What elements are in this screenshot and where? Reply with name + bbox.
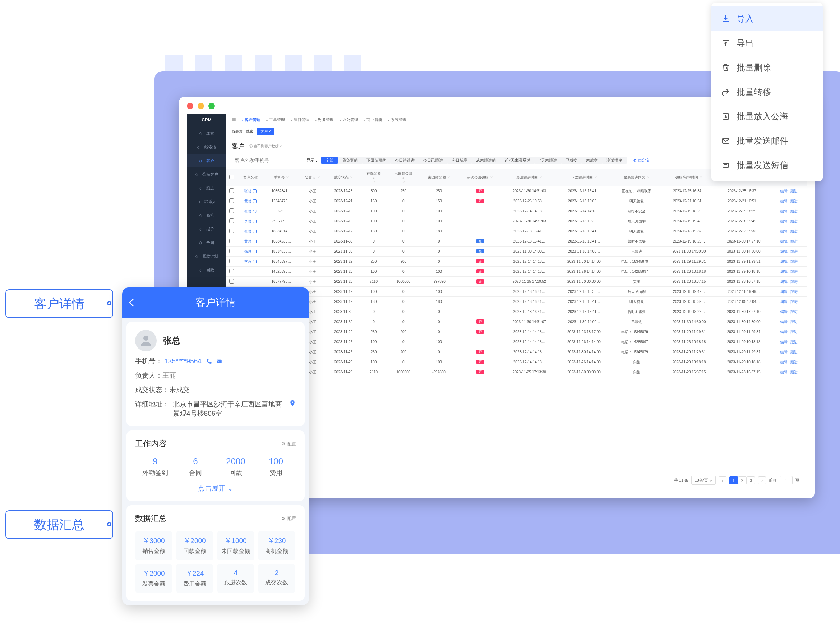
page-next-button[interactable]: › <box>758 477 766 485</box>
table-row[interactable]: 李总16343597…小王2023-11-292502000否2023-12-1… <box>226 257 806 267</box>
sidebar-item-3[interactable]: ◇公海客户 <box>187 168 226 181</box>
column-header[interactable]: 是否公海领取 <box>458 169 502 186</box>
follow-link[interactable]: 跟进 <box>790 330 798 334</box>
page-number-button[interactable]: 3 <box>747 477 755 485</box>
search-input[interactable] <box>232 155 296 165</box>
topnav-item-1[interactable]: ▫工单管理 <box>266 117 285 123</box>
page-number-button[interactable]: 1 <box>729 477 738 485</box>
row-checkbox[interactable] <box>229 238 234 243</box>
row-checkbox[interactable] <box>229 229 234 233</box>
column-header[interactable]: 最后跟进时间 <box>502 169 557 186</box>
follow-link[interactable]: 跟进 <box>790 360 798 364</box>
page-prev-button[interactable]: ‹ <box>719 477 727 485</box>
filter-chip-8[interactable]: 7天未跟进 <box>535 157 561 164</box>
follow-link[interactable]: 跟进 <box>790 229 798 233</box>
edit-link[interactable]: 编辑 <box>780 269 787 274</box>
column-header[interactable]: 已回款金额¥ <box>387 169 420 186</box>
follow-link[interactable]: 跟进 <box>790 219 798 223</box>
filter-chip-10[interactable]: 未成交 <box>582 157 602 164</box>
sidebar-item-6[interactable]: ◇商机 <box>187 208 226 222</box>
row-checkbox[interactable] <box>229 249 234 253</box>
follow-link[interactable]: 跟进 <box>790 280 798 283</box>
table-row[interactable]: 张总18634514…小王2023-12-1218001802023-12-18… <box>226 226 806 237</box>
location-icon[interactable] <box>289 400 296 407</box>
sidebar-item-0[interactable]: ◇线索 <box>187 126 226 140</box>
call-icon[interactable] <box>206 358 212 365</box>
work-stat-item[interactable]: 2000回款 <box>216 456 256 477</box>
edit-link[interactable]: 编辑 <box>780 370 787 374</box>
follow-link[interactable]: 跟进 <box>790 310 798 314</box>
summary-item[interactable]: ￥230商机金额 <box>258 531 295 560</box>
row-checkbox[interactable] <box>229 188 234 193</box>
row-checkbox[interactable] <box>229 279 234 283</box>
sidebar-item-7[interactable]: ◇报价 <box>187 222 226 236</box>
maximize-icon[interactable] <box>208 103 215 109</box>
table-row[interactable]: 35673492…小王2023-11-1910001002023-12-18 1… <box>226 287 806 297</box>
work-stat-item[interactable]: 6合同 <box>175 456 216 477</box>
customer-name-cell[interactable] <box>237 277 264 287</box>
sidebar-item-9[interactable]: ◇回款计划 <box>187 250 226 263</box>
edit-link[interactable]: 编辑 <box>780 219 787 223</box>
follow-link[interactable]: 跟进 <box>790 199 798 203</box>
work-stat-item[interactable]: 9外勤签到 <box>135 456 175 477</box>
sidebar-item-8[interactable]: ◇合同 <box>187 236 226 250</box>
edit-link[interactable]: 编辑 <box>780 239 787 243</box>
topnav-item-3[interactable]: ▫财务管理 <box>315 117 334 123</box>
filter-chip-4[interactable]: 今日已跟进 <box>419 157 447 164</box>
select-all-checkbox[interactable] <box>229 174 234 179</box>
topnav-item-6[interactable]: ▫系统管理 <box>388 117 407 123</box>
table-row[interactable]: 14528595…小王2023-11-2321101000000-997890否… <box>226 367 806 377</box>
follow-link[interactable]: 跟进 <box>790 209 798 213</box>
sms-icon[interactable] <box>216 358 222 365</box>
table-row[interactable]: 黄总12345476…小王2023-12-211500150否2023-12-2… <box>226 196 806 206</box>
filter-chip-11[interactable]: 测试排序 <box>602 157 627 164</box>
hamburger-icon[interactable] <box>232 117 236 123</box>
summary-item[interactable]: 4跟进次数 <box>217 564 254 593</box>
edit-link[interactable]: 编辑 <box>780 310 787 314</box>
customer-name-cell[interactable]: 黄总 <box>237 237 264 246</box>
sidebar-item-4[interactable]: ◇跟进 <box>187 181 226 195</box>
edit-link[interactable]: 编辑 <box>780 290 787 294</box>
column-header[interactable]: 下次跟进时间 <box>557 169 611 186</box>
filter-chip-6[interactable]: 从未跟进的 <box>472 157 500 164</box>
copy-icon[interactable] <box>253 200 257 203</box>
row-checkbox[interactable] <box>229 219 234 223</box>
edit-link[interactable]: 编辑 <box>780 189 787 193</box>
dropdown-item-3[interactable]: 批量转移 <box>711 80 823 104</box>
customer-name-cell[interactable]: 张总 <box>237 246 264 257</box>
copy-icon[interactable] <box>253 250 257 253</box>
breadcrumb-customer[interactable]: 客户 × <box>257 128 275 135</box>
table-row[interactable]: 16634236…小王2023-11-300002023-12-18 16:41… <box>226 307 806 317</box>
filter-chip-5[interactable]: 今日新增 <box>447 157 472 164</box>
minimize-icon[interactable] <box>198 103 204 109</box>
custom-filter-button[interactable]: ⚙自定义 <box>633 158 650 163</box>
column-header[interactable]: 领取/获得时间 <box>662 169 716 186</box>
dropdown-item-1[interactable]: 导出 <box>711 31 823 55</box>
edit-link[interactable]: 编辑 <box>780 229 787 233</box>
edit-link[interactable]: 编辑 <box>780 360 787 364</box>
copy-icon[interactable] <box>253 189 257 193</box>
follow-link[interactable]: 跟进 <box>790 290 798 294</box>
page-number-button[interactable]: 2 <box>738 477 747 485</box>
edit-link[interactable]: 编辑 <box>780 320 787 324</box>
table-row[interactable]: 14528595…小王2023-11-2610001002023-12-14 1… <box>226 337 806 347</box>
summary-item[interactable]: ￥2000发票金额 <box>135 564 172 593</box>
column-header[interactable]: 未回款金额 <box>420 169 458 186</box>
dropdown-item-0[interactable]: 导入 <box>711 6 823 31</box>
customer-name-cell[interactable]: 黄总 <box>237 196 264 206</box>
row-checkbox[interactable] <box>229 259 234 263</box>
follow-link[interactable]: 跟进 <box>790 259 798 263</box>
back-icon[interactable] <box>129 299 137 307</box>
table-row[interactable]: 张总10362341…小王2023-12-25500250250否2023-11… <box>226 186 806 196</box>
summary-item[interactable]: ￥1000未回款金额 <box>217 531 254 560</box>
topnav-item-0[interactable]: ▫客户管理 <box>242 117 260 123</box>
dropdown-item-6[interactable]: 批量发送短信 <box>711 153 823 178</box>
sidebar-item-10[interactable]: ◇回款 <box>187 263 226 277</box>
filter-chip-0[interactable]: 全部 <box>321 157 338 164</box>
breadcrumb-dashboard[interactable]: 仪表盘 <box>232 129 243 134</box>
edit-link[interactable]: 编辑 <box>780 209 787 213</box>
follow-link[interactable]: 跟进 <box>790 320 798 324</box>
follow-link[interactable]: 跟进 <box>790 239 798 243</box>
follow-link[interactable]: 跟进 <box>790 340 798 344</box>
table-row[interactable]: 张总18534838…小王2023-11-30000是2023-11-30 14… <box>226 246 806 257</box>
